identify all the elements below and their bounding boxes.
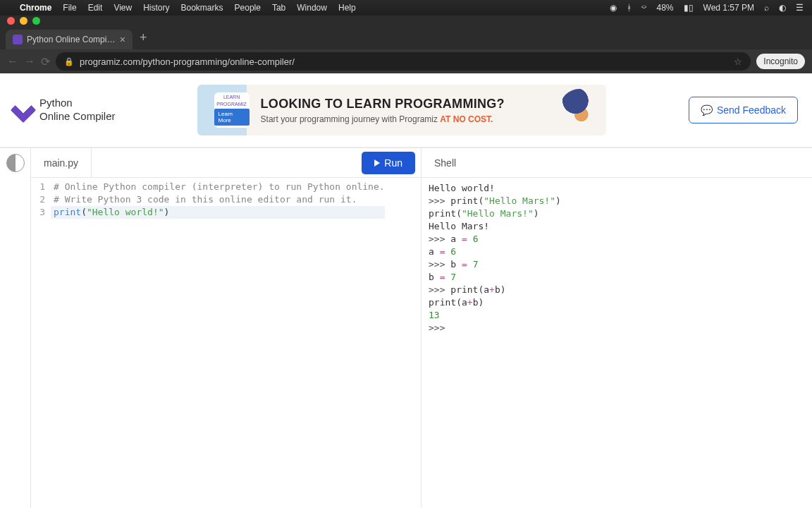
clock[interactable]: Wed 1:57 PM — [703, 3, 754, 13]
code-editor[interactable]: 1 2 3 # Online Python compiler (interpre… — [31, 178, 421, 222]
window-controls — [0, 16, 812, 25]
logo-mark-icon — [11, 97, 37, 123]
control-center-icon[interactable]: ☰ — [796, 3, 804, 13]
browser-tab[interactable]: Python Online Compiler (Inter × — [6, 30, 133, 49]
code-line-3: print("Hello world!") — [51, 206, 385, 219]
banner-mini-card: LEARN PROGRAMIZ Learn More — [214, 92, 250, 128]
workspace: main.py Run 1 2 3 # Online Python compil… — [0, 147, 812, 508]
page-header: Python Online Compiler LEARN PROGRAMIZ L… — [0, 73, 812, 147]
tab-close-icon[interactable]: × — [120, 34, 125, 45]
editor-file-tab[interactable]: main.py — [31, 148, 92, 177]
reload-button[interactable]: ⟳ — [41, 55, 50, 68]
menu-edit[interactable]: Edit — [88, 3, 103, 13]
forward-button: → — [24, 55, 35, 68]
url-text: programiz.com/python-programming/online-… — [80, 56, 295, 67]
page-content: Python Online Compiler LEARN PROGRAMIZ L… — [0, 73, 812, 508]
wifi-icon[interactable]: ⌔ — [641, 3, 646, 13]
line-gutter: 1 2 3 — [31, 181, 51, 219]
menu-bookmarks[interactable]: Bookmarks — [181, 3, 223, 13]
menu-app[interactable]: Chrome — [20, 3, 51, 13]
shell-tab-row: Shell — [422, 148, 812, 178]
run-button[interactable]: Run — [362, 152, 415, 174]
chat-icon: 💬 — [701, 104, 713, 116]
banner-illustration — [560, 89, 599, 128]
screen-record-icon[interactable]: ◉ — [610, 3, 617, 13]
menu-help[interactable]: Help — [338, 3, 356, 13]
send-feedback-button[interactable]: 💬 Send Feedback — [689, 97, 798, 123]
incognito-label: Incognito — [763, 56, 798, 66]
battery-icon: ▮▯ — [684, 3, 694, 13]
spotlight-icon[interactable]: ⌕ — [764, 3, 769, 13]
bookmark-star-icon[interactable]: ☆ — [734, 56, 742, 67]
window-close-button[interactable] — [7, 17, 15, 25]
shell-pane: Shell Hello world!>>> print("Hello Mars!… — [422, 148, 812, 508]
new-tab-button[interactable]: + — [133, 26, 154, 49]
macos-menubar: Chrome File Edit View History Bookmarks … — [0, 0, 812, 16]
lock-icon: 🔒 — [64, 57, 74, 66]
window-minimize-button[interactable] — [20, 17, 27, 25]
bluetooth-icon[interactable]: ᚼ — [627, 3, 632, 13]
menu-tab[interactable]: Tab — [272, 3, 285, 13]
banner-subtitle: Start your programming journey with Prog… — [261, 114, 505, 124]
editor-tab-row: main.py Run — [31, 148, 421, 178]
editor-pane: main.py Run 1 2 3 # Online Python compil… — [31, 148, 422, 508]
code-line-2: # Write Python 3 code in this online edi… — [54, 194, 357, 205]
menu-window[interactable]: Window — [297, 3, 327, 13]
battery-level: 48% — [656, 3, 673, 13]
banner-title: LOOKING TO LEARN PROGRAMMING? — [261, 97, 505, 111]
shell-output[interactable]: Hello world!>>> print("Hello Mars!")prin… — [422, 178, 812, 339]
menu-history[interactable]: History — [143, 3, 169, 13]
tab-title: Python Online Compiler (Inter — [27, 35, 116, 44]
shell-tab[interactable]: Shell — [422, 148, 469, 177]
learn-more-button[interactable]: Learn More — [214, 109, 250, 126]
tab-strip: Python Online Compiler (Inter × + — [0, 25, 812, 49]
back-button[interactable]: ← — [7, 55, 18, 68]
toolbar: ← → ⟳ 🔒 programiz.com/python-programming… — [0, 49, 812, 73]
editor-sidebar — [0, 148, 31, 508]
theme-toggle-button[interactable] — [6, 154, 25, 172]
site-logo[interactable]: Python Online Compiler — [14, 97, 116, 123]
promo-banner[interactable]: LEARN PROGRAMIZ Learn More LOOKING TO LE… — [197, 85, 606, 135]
window-maximize-button[interactable] — [32, 17, 40, 25]
incognito-badge[interactable]: Incognito — [756, 54, 805, 69]
play-icon — [374, 159, 380, 167]
logo-text: Python Online Compiler — [39, 97, 116, 123]
menu-people[interactable]: People — [235, 3, 261, 13]
code-line-1: # Online Python compiler (interpreter) t… — [54, 181, 385, 192]
menu-file[interactable]: File — [63, 3, 76, 13]
favicon-icon — [13, 35, 23, 44]
siri-icon[interactable]: ◐ — [779, 3, 786, 13]
address-bar[interactable]: 🔒 programiz.com/python-programming/onlin… — [56, 52, 751, 71]
menu-view[interactable]: View — [113, 3, 132, 13]
